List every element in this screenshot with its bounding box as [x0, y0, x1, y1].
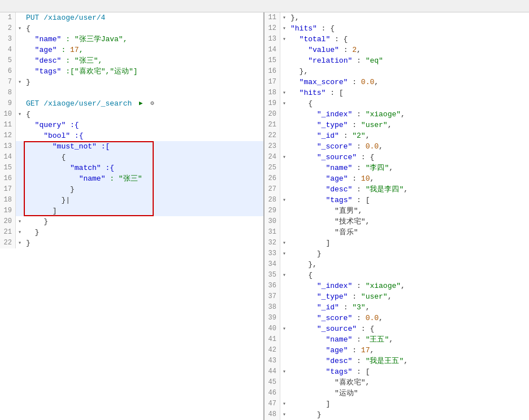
main-container: 1PUT /xiaoge/user/42▾{3 "name" : "张三学Jav…	[0, 12, 529, 420]
left-line-21: 21▾ }	[0, 227, 263, 238]
left-line-20: 20▾ }	[0, 216, 263, 227]
left-line-18: 18 }|	[0, 195, 263, 205]
right-line-31: 31 "音乐"	[264, 227, 529, 238]
right-line-39: 39 "_score" : 0.0,	[264, 313, 529, 323]
menu-item-settings[interactable]	[18, 5, 23, 7]
right-line-19: 19▾ {	[264, 98, 529, 109]
left-line-19: 19 ]	[0, 205, 263, 216]
left-panel: 1PUT /xiaoge/user/42▾{3 "name" : "张三学Jav…	[0, 12, 264, 420]
right-line-25: 25 "name" : "李四",	[264, 163, 529, 173]
right-line-12: 12▾"hits" : {	[264, 23, 529, 34]
run-button[interactable]: ▶	[136, 99, 145, 108]
right-line-48: 48▾ }	[264, 409, 529, 420]
left-line-9: 9GET /xiaoge/user/_search▶⚙	[0, 98, 263, 109]
left-line-12: 12 "bool" :{	[0, 130, 263, 141]
right-line-15: 15 "relation" : "eq"	[264, 55, 529, 66]
right-line-27: 27 "desc" : "我是李四",	[264, 184, 529, 195]
right-line-45: 45 "喜欢宅",	[264, 377, 529, 388]
right-line-43: 43 "desc" : "我是王五",	[264, 356, 529, 366]
right-line-37: 37 "_type" : "user",	[264, 291, 529, 302]
menu-item-help[interactable]	[32, 5, 36, 7]
left-line-8: 8	[0, 88, 263, 98]
left-line-10: 10▾{	[0, 109, 263, 120]
right-line-24: 24▾ "_source" : {	[264, 152, 529, 163]
right-line-33: 33▾ }	[264, 248, 529, 259]
left-line-14: 14 {	[0, 152, 263, 163]
left-line-1: 1PUT /xiaoge/user/4	[0, 12, 263, 23]
right-line-38: 38 "_id" : "3",	[264, 302, 529, 313]
left-line-3: 3 "name" : "张三学Java",	[0, 34, 263, 45]
right-line-28: 28▾ "tags" : [	[264, 195, 529, 205]
left-line-13: 13 "must_not" :[	[0, 141, 263, 152]
right-panel: 11▾},12▾"hits" : {13▾ "total" : {14 "val…	[264, 12, 529, 420]
left-line-11: 11 "query" :{	[0, 120, 263, 130]
right-line-11: 11▾},	[264, 12, 529, 23]
left-line-16: 16 "name" : "张三"	[0, 173, 263, 184]
left-line-2: 2▾{	[0, 23, 263, 34]
right-line-32: 32▾ ]	[264, 238, 529, 248]
left-line-6: 6 "tags" :["喜欢宅","运动"]	[0, 66, 263, 77]
left-line-4: 4 "age" : 17,	[0, 45, 263, 55]
left-line-17: 17 }	[0, 184, 263, 195]
left-line-7: 7▾}	[0, 77, 263, 88]
right-line-30: 30 "技术宅",	[264, 216, 529, 227]
right-line-34: 34 },	[264, 259, 529, 270]
right-line-36: 36 "_index" : "xiaoge",	[264, 281, 529, 291]
left-code-area: 1PUT /xiaoge/user/42▾{3 "name" : "张三学Jav…	[0, 12, 263, 248]
right-line-17: 17 "max_score" : 0.0,	[264, 77, 529, 88]
right-line-16: 16 },	[264, 66, 529, 77]
right-line-20: 20 "_index" : "xiaoge",	[264, 109, 529, 120]
menu-bar	[0, 0, 529, 12]
left-line-22: 22▾}	[0, 238, 263, 248]
settings-icon[interactable]: ⚙	[148, 99, 157, 108]
right-line-21: 21 "_type" : "user",	[264, 120, 529, 130]
right-line-22: 22 "_id" : "2",	[264, 130, 529, 141]
left-line-15: 15 "match" :{	[0, 163, 263, 173]
right-line-35: 35▾ {	[264, 270, 529, 281]
menu-item-history[interactable]	[5, 5, 9, 7]
right-line-13: 13▾ "total" : {	[264, 34, 529, 45]
right-line-47: 47▾ ]	[264, 399, 529, 409]
left-line-5: 5 "desc" : "张三",	[0, 55, 263, 66]
right-line-29: 29 "直男",	[264, 205, 529, 216]
right-code-area: 11▾},12▾"hits" : {13▾ "total" : {14 "val…	[264, 12, 529, 420]
right-line-44: 44▾ "tags" : [	[264, 366, 529, 377]
right-line-18: 18▾ "hits" : [	[264, 88, 529, 98]
right-line-40: 40▾ "_source" : {	[264, 323, 529, 334]
right-line-14: 14 "value" : 2,	[264, 45, 529, 55]
right-line-46: 46 "运动"	[264, 388, 529, 399]
right-line-26: 26 "age" : 10,	[264, 173, 529, 184]
right-line-41: 41 "name" : "王五",	[264, 334, 529, 345]
right-line-23: 23 "_score" : 0.0,	[264, 141, 529, 152]
right-line-42: 42 "age" : 17,	[264, 345, 529, 356]
